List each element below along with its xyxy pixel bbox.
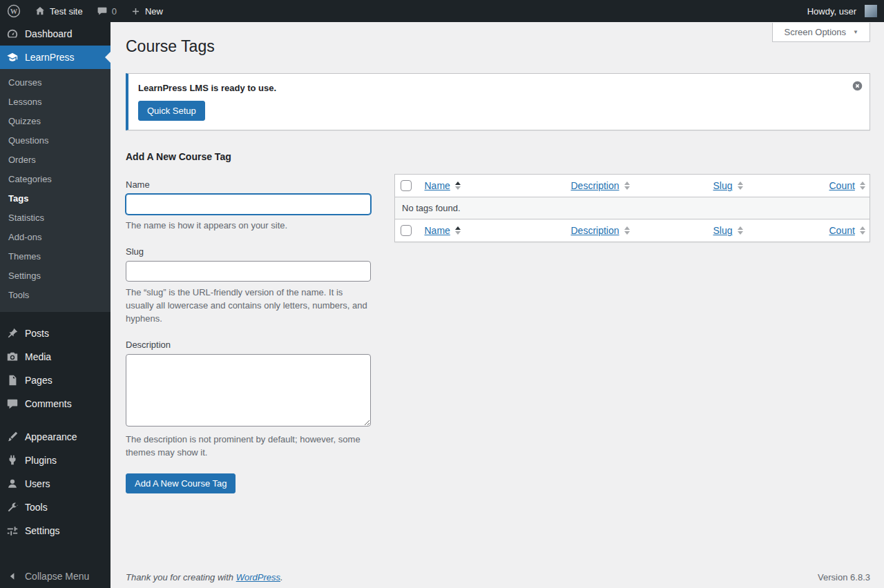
admin-bar-right: Howdy, user: [800, 0, 884, 22]
site-name-link[interactable]: Test site: [28, 0, 90, 22]
comments-indicator[interactable]: 0: [90, 0, 124, 22]
sort-name-link[interactable]: Name: [425, 180, 461, 191]
comments-count: 0: [112, 6, 117, 17]
dismiss-notice-icon[interactable]: [852, 80, 863, 92]
wordpress-logo-icon[interactable]: W: [0, 0, 28, 22]
sidebar-item-lessons[interactable]: Lessons: [0, 92, 110, 112]
column-label: Name: [425, 180, 450, 191]
admin-menu: Dashboard LearnPress Courses Lessons Qui…: [0, 22, 110, 588]
sidebar-item-label: Users: [25, 478, 50, 489]
name-field: Name The name is how it appears on your …: [126, 179, 371, 233]
sort-count-link-bottom[interactable]: Count: [829, 225, 865, 236]
description-textarea[interactable]: [126, 354, 371, 427]
tags-table: Name Description Slug: [394, 174, 870, 242]
sidebar-item-categories[interactable]: Categories: [0, 170, 110, 189]
name-help: The name is how it appears on your site.: [126, 219, 371, 233]
wp-logo-icon: W: [7, 4, 21, 18]
sidebar-item-dashboard[interactable]: Dashboard: [0, 22, 110, 46]
select-all-checkbox-bottom[interactable]: [401, 225, 412, 236]
tools-icon: [6, 500, 19, 514]
tags-table-wrap: Name Description Slug: [394, 174, 870, 242]
sidebar-item-comments[interactable]: Comments: [0, 392, 110, 415]
site-name-label: Test site: [50, 6, 83, 17]
sidebar-item-settings[interactable]: Settings: [0, 519, 110, 542]
sort-name-link-bottom[interactable]: Name: [425, 225, 461, 236]
sidebar-item-lp-settings[interactable]: Settings: [0, 266, 110, 286]
add-tag-button[interactable]: Add A New Course Tag: [126, 473, 236, 494]
column-footer-description: Description: [564, 219, 707, 242]
sidebar-item-media[interactable]: Media: [0, 345, 110, 369]
sort-slug-link[interactable]: Slug: [713, 180, 743, 191]
menu-separator: [0, 415, 110, 425]
sidebar-item-appearance[interactable]: Appearance: [0, 425, 110, 449]
sidebar-item-questions[interactable]: Questions: [0, 131, 110, 150]
sidebar-item-label: Pages: [25, 375, 52, 386]
my-account[interactable]: Howdy, user: [800, 0, 884, 22]
sort-description-link[interactable]: Description: [571, 180, 630, 191]
wordpress-link[interactable]: WordPress: [236, 572, 280, 582]
sort-slug-link-bottom[interactable]: Slug: [713, 225, 743, 236]
quick-setup-button[interactable]: Quick Setup: [138, 101, 205, 121]
sort-arrows-icon: [455, 182, 461, 190]
sidebar-item-orders[interactable]: Orders: [0, 150, 110, 170]
chevron-down-icon: ▼: [853, 29, 858, 35]
sidebar-item-statistics[interactable]: Statistics: [0, 208, 110, 228]
sidebar-item-pages[interactable]: Pages: [0, 369, 110, 392]
posts-icon: [6, 326, 19, 340]
admin-bar: W Test site 0 New Howdy, user: [0, 0, 884, 22]
column-header-slug: Slug: [707, 175, 823, 197]
slug-input[interactable]: [126, 261, 371, 282]
sidebar-item-label: Comments: [25, 398, 72, 409]
home-icon: [35, 6, 46, 17]
footer-version: Version 6.8.3: [818, 572, 870, 582]
new-label: New: [145, 6, 163, 17]
sidebar-item-addons[interactable]: Add-ons: [0, 228, 110, 247]
column-footer-slug: Slug: [707, 219, 823, 242]
name-input[interactable]: [126, 194, 371, 215]
svg-text:W: W: [10, 8, 18, 15]
column-label: Description: [571, 180, 619, 191]
collapse-menu-button[interactable]: Collapse Menu: [0, 565, 110, 588]
users-icon: [6, 477, 19, 491]
plugins-icon: [6, 453, 19, 467]
sidebar-item-themes[interactable]: Themes: [0, 247, 110, 266]
learnpress-submenu: Courses Lessons Quizzes Questions Orders…: [0, 69, 110, 312]
page-title: Course Tags: [110, 22, 884, 57]
new-content-button[interactable]: New: [124, 0, 170, 22]
main-content: Screen Options ▼ Course Tags LearnPress …: [110, 22, 884, 588]
sidebar-item-label: Media: [25, 351, 51, 362]
avatar: [865, 5, 877, 17]
column-header-description: Description: [564, 175, 707, 197]
sort-description-link-bottom[interactable]: Description: [571, 225, 630, 236]
thanks-text: Thank you for creating with: [126, 572, 236, 582]
learnpress-notice: LearnPress LMS is ready to use. Quick Se…: [126, 73, 870, 131]
sidebar-item-plugins[interactable]: Plugins: [0, 449, 110, 472]
select-all-checkbox[interactable]: [401, 180, 412, 191]
appearance-icon: [6, 430, 19, 444]
screen-options-button[interactable]: Screen Options ▼: [772, 23, 870, 42]
slug-help: The “slug” is the URL-friendly version o…: [126, 286, 371, 326]
sidebar-item-tags[interactable]: Tags: [0, 189, 110, 208]
column-footer-name: Name: [418, 219, 564, 242]
sidebar-item-quizzes[interactable]: Quizzes: [0, 112, 110, 131]
slug-field: Slug The “slug” is the URL-friendly vers…: [126, 246, 371, 326]
sidebar-item-label: Appearance: [25, 431, 77, 442]
sidebar-item-lp-tools[interactable]: Tools: [0, 286, 110, 305]
name-label: Name: [126, 179, 371, 190]
sidebar-item-label: Tools: [25, 502, 48, 513]
sidebar-item-learnpress[interactable]: LearnPress: [0, 46, 110, 69]
sidebar-item-posts[interactable]: Posts: [0, 322, 110, 345]
notice-text: LearnPress LMS is ready to use.: [138, 83, 840, 93]
sidebar-item-users[interactable]: Users: [0, 472, 110, 496]
sort-arrows-icon: [455, 226, 461, 235]
sidebar-item-label: Settings: [25, 525, 60, 536]
sort-arrows-icon: [738, 226, 743, 235]
sidebar-item-tools[interactable]: Tools: [0, 496, 110, 519]
thanks-period: .: [280, 572, 283, 582]
sort-count-link[interactable]: Count: [829, 180, 865, 191]
form-heading: Add A New Course Tag: [126, 151, 371, 162]
column-header-name: Name: [418, 175, 564, 197]
sidebar-item-courses[interactable]: Courses: [0, 73, 110, 92]
column-label: Count: [829, 180, 855, 191]
description-label: Description: [126, 340, 371, 350]
